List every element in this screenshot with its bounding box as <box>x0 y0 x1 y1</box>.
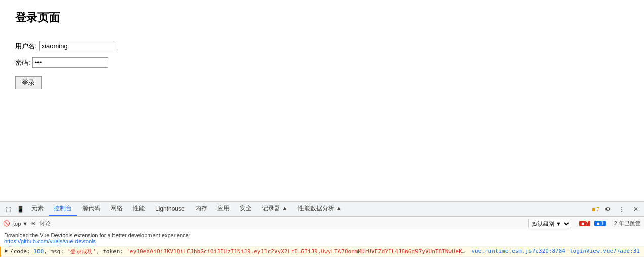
vue-devtools-message: Download the Vue Devtools extension for … <box>0 230 644 247</box>
console-source-right[interactable]: loginView.vue77aae:31 <box>570 248 640 254</box>
tab-sources[interactable]: 源代码 <box>77 202 105 216</box>
console-source-left[interactable]: vue.runtime.esm.js?c320:8784 <box>471 248 565 254</box>
tab-recorder[interactable]: 记录器 ▲ <box>257 202 293 216</box>
devtools-tabbar: ⬚ 📱 元素 控制台 源代码 网络 性能 Lighthouse 内存 应用 安全… <box>0 202 644 217</box>
tab-memory[interactable]: 内存 <box>190 202 212 216</box>
username-group: 用户名: <box>15 41 629 51</box>
top-select[interactable]: top ▼ <box>13 221 28 227</box>
tab-performance-insights[interactable]: 性能数据分析 ▲ <box>293 202 347 216</box>
issues-blue-badge: ■ 1 <box>594 221 605 226</box>
devtools-panel: ⬚ 📱 元素 控制台 源代码 网络 性能 Lighthouse 内存 应用 安全… <box>0 201 644 257</box>
tab-application[interactable]: 应用 <box>212 202 235 216</box>
issues-red-badge: ■ 7 <box>579 221 590 226</box>
login-button[interactable]: 登录 <box>15 76 42 89</box>
console-toolbar: 🚫 top ▼ 👁 讨论 默认级别 ▼ ■ 7 ■ 1 2 年已跳筐 <box>0 217 644 230</box>
main-page: 登录页面 用户名: 密码: 登录 <box>0 0 644 201</box>
password-label: 密码: <box>15 58 30 67</box>
users-count: 2 年已跳筐 <box>614 219 641 227</box>
tab-console[interactable]: 控制台 <box>49 202 77 216</box>
password-input[interactable] <box>32 57 108 68</box>
tab-elements[interactable]: 元素 <box>26 202 49 216</box>
password-group: 密码: <box>15 57 629 68</box>
console-log-text: {code: 100, msg: '登录成功', token: 'eyJ0eXA… <box>10 248 467 255</box>
clear-icon[interactable]: 🚫 <box>3 220 10 227</box>
discuss-label: 讨论 <box>40 219 51 227</box>
settings-icon[interactable]: ⚙ <box>601 203 614 215</box>
more-icon[interactable]: ⋮ <box>616 203 628 215</box>
vue-devtools-text: Download the Vue Devtools extension for … <box>4 232 640 238</box>
top-label: top ▼ <box>13 221 28 227</box>
tab-lighthouse[interactable]: Lighthouse <box>150 203 190 215</box>
inspect-icon[interactable]: ⬚ <box>2 203 14 215</box>
issues-badge: ■ 7 <box>592 206 599 212</box>
tab-security[interactable]: 安全 <box>235 202 257 216</box>
tab-performance[interactable]: 性能 <box>128 202 150 216</box>
filter-select[interactable]: 默认级别 ▼ <box>528 219 571 228</box>
console-log-row[interactable]: ▶ {code: 100, msg: '登录成功', token: 'eyJ0e… <box>0 247 644 257</box>
discuss-button[interactable]: 讨论 <box>40 219 51 227</box>
device-icon[interactable]: 📱 <box>14 203 26 215</box>
page-title: 登录页面 <box>15 10 629 25</box>
username-input[interactable] <box>39 41 115 51</box>
devtools-right-controls: ■ 7 ⚙ ⋮ ✕ <box>592 203 642 215</box>
expand-arrow-icon[interactable]: ▶ <box>5 248 8 253</box>
username-label: 用户名: <box>15 42 37 51</box>
right-badge: 7 <box>596 206 599 212</box>
console-right: 默认级别 ▼ ■ 7 ■ 1 2 年已跳筐 <box>528 219 641 228</box>
vue-devtools-link[interactable]: https://github.com/vuejs/vue-devtools <box>4 238 96 244</box>
close-icon[interactable]: ✕ <box>630 203 642 215</box>
eye-icon[interactable]: 👁 <box>31 221 36 227</box>
tab-network[interactable]: 网络 <box>105 202 128 216</box>
console-content: Download the Vue Devtools extension for … <box>0 230 644 257</box>
